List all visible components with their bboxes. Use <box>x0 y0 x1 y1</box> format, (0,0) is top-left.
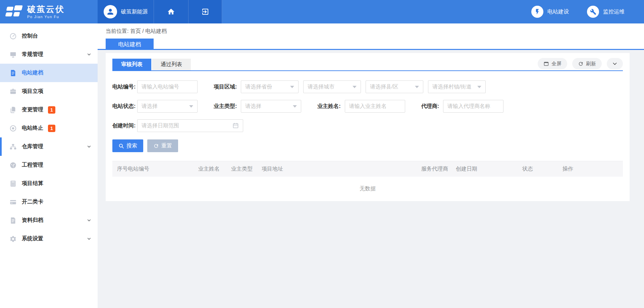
sidebar-item-station-termination[interactable]: 电站终止 1 <box>0 119 98 137</box>
owner-name-label: 业主姓名: <box>317 103 340 110</box>
sidebar-item-label: 项目结算 <box>22 180 43 187</box>
home-button[interactable] <box>154 0 189 23</box>
collapse-toolbar-button[interactable] <box>607 58 623 69</box>
caret-down-icon <box>415 86 419 88</box>
caret-down-icon <box>290 86 294 88</box>
current-user[interactable]: 破茧新能源 <box>98 0 154 23</box>
file-icon <box>9 69 17 77</box>
station-status-select[interactable]: 请选择 <box>137 100 198 113</box>
sidebar-item-project-initiation[interactable]: 项目立项 <box>0 82 98 101</box>
sidebar-item-label: 电站终止 <box>22 125 43 132</box>
breadcrumb: 当前位置: 首页 / 电站建档 <box>106 27 644 35</box>
sidebar-item-data-archive[interactable]: 资料归档 <box>0 211 98 230</box>
home-icon <box>167 8 175 16</box>
tab-review-list[interactable]: 审核列表 <box>112 59 151 70</box>
filter-actions: 搜索 重置 <box>112 139 623 152</box>
col-actions: 操作 <box>562 166 623 173</box>
app-header: 破茧云伏 Po Jian Yun Fu 破茧新能源 <box>0 0 644 23</box>
reset-button[interactable]: 重置 <box>147 139 178 152</box>
tab-passed-list[interactable]: 通过列表 <box>152 59 191 70</box>
topbar: 当前位置: 首页 / 电站建档 电站建档 <box>98 23 644 50</box>
city-select[interactable]: 请选择城市 <box>303 80 361 93</box>
pages-icon <box>9 106 17 114</box>
sidebar-item-label: 常规管理 <box>22 51 43 58</box>
panel-tabs: 审核列表 通过列表 全屏 刷新 <box>112 59 623 71</box>
fullscreen-button[interactable]: 全屏 <box>538 58 567 69</box>
nav-monitor-ops[interactable]: 监控运维 <box>587 6 625 18</box>
sidebar-item-engineering-mgmt[interactable]: 工程管理 <box>0 156 98 174</box>
chevron-down-icon <box>87 218 92 223</box>
avatar <box>104 5 117 18</box>
refresh-icon <box>578 61 584 67</box>
table-header: 序号 电站编号 业主姓名 业主类型 项目地址 服务代理商 创建日期 状态 操作 <box>112 161 623 177</box>
agent-input[interactable] <box>443 100 503 113</box>
owner-type-label: 业主类型: <box>214 103 237 110</box>
sidebar-item-warehouse-mgmt[interactable]: 仓库管理 <box>0 137 98 156</box>
caret-down-icon <box>293 105 297 108</box>
station-archive-panel: 审核列表 通过列表 全屏 刷新 <box>106 53 630 201</box>
refresh-button[interactable]: 刷新 <box>572 58 602 69</box>
sidebar-item-console[interactable]: 控制台 <box>0 27 98 45</box>
province-select[interactable]: 请选择省份 <box>241 80 299 93</box>
briefcase-icon <box>9 88 17 95</box>
brand-subtitle: Po Jian Yun Fu <box>27 15 65 19</box>
reset-icon <box>153 143 159 149</box>
sidebar-item-label: 控制台 <box>22 33 38 40</box>
col-project-address: 项目地址 <box>262 166 421 173</box>
brand-logo-icon <box>5 4 23 19</box>
owner-type-select[interactable]: 请选择 <box>241 100 301 113</box>
sidebar-item-system-settings[interactable]: 系统设置 <box>0 230 98 248</box>
created-time-label: 创建时间: <box>112 122 135 129</box>
filter-row-2: 电站状态: 请选择 业主类型: 请选择 业主姓名: <box>112 100 623 113</box>
exit-icon <box>201 8 209 16</box>
search-button[interactable]: 搜索 <box>112 139 143 152</box>
owner-name-input[interactable] <box>345 100 405 113</box>
col-status: 状态 <box>522 166 562 173</box>
sidebar-item-project-settlement[interactable]: 项目结算 <box>0 174 98 193</box>
col-service-agent: 服务代理商 <box>421 166 456 173</box>
sidebar-item-label: 变更管理 <box>22 106 43 113</box>
station-termination-badge: 1 <box>48 125 55 132</box>
station-status-label: 电站状态: <box>112 103 135 110</box>
col-owner-name: 业主姓名 <box>198 166 231 173</box>
sidebar-item-open-class2-card[interactable]: 开二类卡 <box>0 193 98 211</box>
col-created-date: 创建日期 <box>456 166 522 173</box>
sidebar-item-station-archive[interactable]: 电站建档 <box>0 64 98 82</box>
fullscreen-icon <box>543 61 549 67</box>
col-index: 序号 <box>117 166 128 173</box>
archive-icon <box>9 217 17 224</box>
breadcrumb-prefix: 当前位置: <box>106 28 128 34</box>
person-icon <box>106 7 115 16</box>
card-icon <box>9 198 17 206</box>
town-select[interactable]: 请选择村镇/街道 <box>428 80 486 93</box>
caret-down-icon <box>353 86 357 88</box>
sidebar-item-label: 电站建档 <box>22 69 43 76</box>
sidebar-item-label: 项目立项 <box>22 88 43 95</box>
change-mgmt-badge: 1 <box>48 106 55 114</box>
date-range-input[interactable] <box>137 119 243 132</box>
nav-station-build-label: 电站建设 <box>547 8 569 15</box>
district-select[interactable]: 请选择县/区 <box>366 80 423 93</box>
sidebar-item-label: 仓库管理 <box>22 143 43 150</box>
sidebar-item-change-mgmt[interactable]: 变更管理 1 <box>0 101 98 119</box>
nav-station-build[interactable]: 电站建设 <box>531 6 569 18</box>
station-no-input[interactable] <box>137 80 198 93</box>
dashboard-icon <box>9 33 17 40</box>
header-user-strip: 破茧新能源 <box>98 0 222 23</box>
gear-icon <box>9 235 17 243</box>
agent-label: 代理商: <box>421 103 439 110</box>
calculator-icon <box>9 180 17 187</box>
col-station-no: 电站编号 <box>128 166 198 173</box>
nav-monitor-ops-label: 监控运维 <box>603 8 625 15</box>
chevron-down-icon <box>87 236 92 241</box>
breadcrumb-path[interactable]: 首页 / 电站建档 <box>130 28 167 34</box>
record-icon <box>9 125 17 132</box>
logout-button[interactable] <box>189 0 222 23</box>
lightning-icon <box>534 8 541 15</box>
main-content: 当前位置: 首页 / 电站建档 电站建档 审核列表 通过列表 全屏 <box>98 23 644 308</box>
brand-logo: 破茧云伏 Po Jian Yun Fu <box>0 0 98 23</box>
brand-title: 破茧云伏 <box>27 5 65 14</box>
chevron-down-icon <box>87 144 92 149</box>
sidebar-item-general-mgmt[interactable]: 常规管理 <box>0 45 98 64</box>
page-tab-station-archive[interactable]: 电站建档 <box>106 39 154 50</box>
